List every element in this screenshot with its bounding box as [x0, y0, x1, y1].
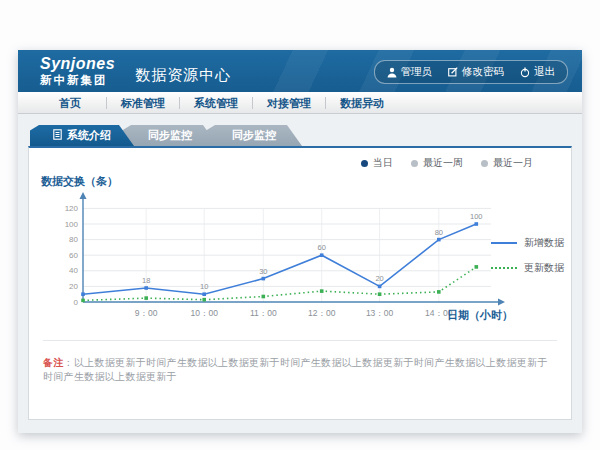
- svg-text:100: 100: [470, 212, 483, 221]
- svg-text:9：00: 9：00: [135, 308, 158, 318]
- user-icon: [387, 67, 397, 78]
- tab-bar: 系统介绍 同步监控 同步监控: [30, 125, 582, 146]
- main-nav: 首页 标准管理 系统管理 对接管理 数据异动: [18, 92, 582, 114]
- svg-text:40: 40: [69, 266, 78, 275]
- tab-label: 同步监控: [232, 128, 276, 143]
- radio-dot-icon: [481, 160, 488, 167]
- edit-icon: [448, 67, 458, 77]
- filter-option-last-month[interactable]: 最近一月: [481, 156, 533, 170]
- time-range-filters: 当日 最近一周 最近一月: [361, 156, 533, 170]
- change-password-label: 修改密码: [462, 65, 504, 79]
- logout-button[interactable]: 退出: [520, 65, 555, 79]
- document-icon: [53, 129, 62, 142]
- filter-label: 最近一月: [493, 156, 533, 170]
- svg-text:20: 20: [69, 282, 78, 291]
- svg-text:80: 80: [69, 235, 78, 244]
- series-legend: 新增数据 更新数据: [491, 236, 564, 275]
- svg-text:10: 10: [200, 282, 208, 291]
- change-password-button[interactable]: 修改密码: [448, 65, 504, 79]
- svg-text:10：00: 10：00: [190, 308, 218, 318]
- content-area: 系统介绍 同步监控 同步监控 当日 最近一周: [18, 114, 582, 433]
- radio-dot-icon: [411, 160, 418, 167]
- filter-label: 当日: [373, 156, 393, 170]
- svg-text:80: 80: [435, 228, 443, 237]
- filter-label: 最近一周: [423, 156, 463, 170]
- logo-text-cn: 新中新集团: [40, 75, 115, 87]
- page-title: 数据资源中心: [135, 66, 231, 85]
- filter-option-today[interactable]: 当日: [361, 156, 393, 170]
- logout-label: 退出: [534, 65, 555, 79]
- svg-text:120: 120: [65, 204, 79, 213]
- nav-item-interface-mgmt[interactable]: 对接管理: [253, 93, 325, 113]
- nav-item-data-change[interactable]: 数据异动: [326, 93, 398, 113]
- nav-item-standard-mgmt[interactable]: 标准管理: [107, 93, 179, 113]
- tab-sync-monitor-1[interactable]: 同步监控: [122, 125, 218, 146]
- line-chart: 0204060801001209：0010：0011：0012：0013：001…: [43, 188, 513, 334]
- admin-user-button[interactable]: 管理员: [387, 65, 433, 79]
- svg-text:100: 100: [65, 220, 79, 229]
- legend-label: 更新数据: [524, 261, 564, 275]
- legend-entry-updated-data: 更新数据: [491, 261, 564, 275]
- svg-text:13：00: 13：00: [366, 308, 394, 318]
- logo-text-en: Synjones: [40, 56, 115, 72]
- tab-system-intro[interactable]: 系统介绍: [30, 125, 134, 146]
- x-axis-title: 日期（小时）: [447, 308, 513, 323]
- tab-label: 同步监控: [148, 128, 192, 143]
- footnote-text: ：以上数据更新于时间产生数据以上数据更新于时间产生数据以上数据更新于时间产生数据…: [43, 357, 548, 382]
- legend-label: 新增数据: [524, 236, 564, 250]
- power-icon: [520, 67, 530, 78]
- svg-text:60: 60: [318, 243, 326, 252]
- solid-line-icon: [491, 242, 517, 244]
- tab-label: 系统介绍: [67, 128, 111, 143]
- footnote-label: 备注: [43, 357, 64, 368]
- svg-text:60: 60: [69, 251, 78, 260]
- radio-dot-icon: [361, 160, 368, 167]
- legend-entry-new-data: 新增数据: [491, 236, 564, 250]
- y-axis-title: 数据交换（条）: [41, 174, 118, 189]
- svg-text:30: 30: [259, 267, 267, 276]
- line-chart-svg: 0204060801001209：0010：0011：0012：0013：001…: [43, 188, 513, 330]
- admin-user-label: 管理员: [401, 65, 433, 79]
- user-controls: 管理员 修改密码 退出: [374, 60, 569, 84]
- app-header: Synjones 新中新集团 数据资源中心 管理员 修改密码 退出: [18, 50, 582, 92]
- dotted-line-icon: [491, 267, 517, 269]
- nav-item-system-mgmt[interactable]: 系统管理: [180, 93, 252, 113]
- nav-item-home[interactable]: 首页: [34, 93, 106, 113]
- svg-text:12：00: 12：00: [308, 308, 336, 318]
- svg-text:18: 18: [142, 276, 150, 285]
- app-window: Synjones 新中新集团 数据资源中心 管理员 修改密码 退出: [18, 50, 582, 433]
- svg-text:20: 20: [375, 274, 383, 283]
- tab-sync-monitor-2[interactable]: 同步监控: [206, 125, 302, 146]
- svg-text:0: 0: [74, 298, 79, 307]
- svg-text:11：00: 11：00: [250, 308, 277, 318]
- footnote: 备注：以上数据更新于时间产生数据以上数据更新于时间产生数据以上数据更新于时间产生…: [43, 340, 557, 384]
- chart-panel: 当日 最近一周 最近一月 数据交换（条） 0204060801001209：00…: [28, 146, 572, 420]
- logo[interactable]: Synjones 新中新集团: [40, 56, 115, 87]
- filter-option-last-week[interactable]: 最近一周: [411, 156, 463, 170]
